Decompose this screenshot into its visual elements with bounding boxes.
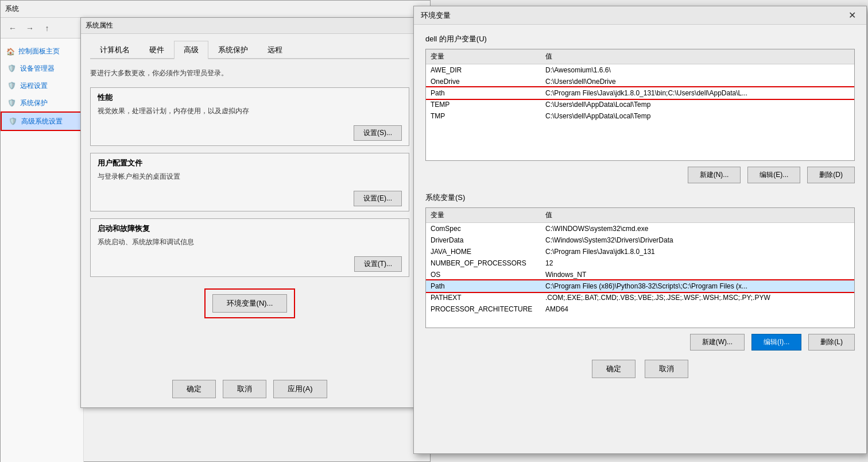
performance-desc: 视觉效果，处理器计划，内存使用，以及虚拟内存	[98, 106, 402, 116]
startup-desc: 系统启动、系统故障和调试信息	[98, 237, 402, 247]
apply-button[interactable]: 应用(A)	[273, 380, 327, 398]
user-var-value: C:\Program Files\Java\jdk1.8.0_131\bin;C…	[541, 87, 854, 99]
sys-vars-table: 变量 值 ComSpec C:\WINDOWS\system32\cmd.exe…	[426, 208, 854, 315]
user-var-row[interactable]: AWE_DIR D:\Awesomium\1.6.6\	[426, 64, 854, 76]
user-var-name: OneDrive	[426, 76, 541, 87]
sys-var-value: C:\WINDOWS\system32\cmd.exe	[541, 223, 854, 235]
userprofiles-desc: 与登录帐户相关的桌面设置	[98, 172, 402, 182]
userprofiles-title: 用户配置文件	[98, 158, 402, 168]
cp-sidebar: 🏠 控制面板主页 🛡️ 设备管理器 🛡️ 远程设置 🛡️ 系统保护 🛡️ 高级系…	[1, 38, 84, 462]
sys-var-row[interactable]: PROCESSOR_ARCHITECTURE AMD64	[426, 303, 854, 315]
sys-var-row[interactable]: NUMBER_OF_PROCESSORS 12	[426, 257, 854, 269]
ok-button[interactable]: 确定	[172, 380, 216, 398]
user-var-row[interactable]: TEMP C:\Users\dell\AppData\Local\Temp	[426, 99, 854, 110]
performance-settings-button[interactable]: 设置(S)...	[354, 125, 402, 141]
performance-section: 性能 视觉效果，处理器计划，内存使用，以及虚拟内存 设置(S)...	[90, 87, 409, 146]
sys-col-val: 值	[541, 208, 854, 223]
tab-system-protection[interactable]: 系统保护	[208, 41, 258, 59]
tab-remote[interactable]: 远程	[258, 41, 292, 59]
sys-var-row[interactable]: ComSpec C:\WINDOWS\system32\cmd.exe	[426, 223, 854, 235]
cp-titlebar: 系统	[1, 1, 430, 18]
forward-button[interactable]: →	[22, 21, 37, 36]
user-var-value: C:\Users\dell\OneDrive	[541, 76, 854, 87]
sys-var-row[interactable]: JAVA_HOME C:\Program Files\Java\jdk1.8.0…	[426, 246, 854, 257]
user-var-value: C:\Users\dell\AppData\Local\Temp	[541, 99, 854, 110]
sysprops-title: 系统属性	[86, 21, 113, 30]
envvar-titlebar: 环境变量 ✕	[414, 6, 866, 25]
shield-icon-3: 🛡️	[6, 98, 17, 108]
envvar-ok-button[interactable]: 确定	[592, 360, 636, 378]
shield-icon-4: 🛡️	[7, 116, 18, 126]
sidebar-item-remote[interactable]: 🛡️ 远程设置	[1, 77, 83, 94]
back-button[interactable]: ←	[5, 21, 20, 36]
tab-advanced[interactable]: 高级	[174, 41, 208, 59]
home-icon: 🏠	[6, 48, 15, 56]
user-var-name: AWE_DIR	[426, 64, 541, 76]
envvar-content: dell 的用户变量(U) 变量 值 AWE_DIR D:\Awesomium\…	[414, 25, 866, 387]
sys-var-row[interactable]: OS Windows_NT	[426, 269, 854, 280]
user-var-name: TEMP	[426, 99, 541, 110]
user-col-val: 值	[541, 49, 854, 64]
env-btn-container: 环境变量(N)...	[204, 288, 296, 318]
sys-edit-button[interactable]: 编辑(I)...	[751, 334, 801, 351]
sys-vars-title: 系统变量(S)	[425, 192, 855, 203]
user-var-row[interactable]: OneDrive C:\Users\dell\OneDrive	[426, 76, 854, 87]
user-vars-buttons: 新建(N)... 编辑(E)... 删除(D)	[425, 167, 855, 183]
performance-title: 性能	[98, 93, 402, 103]
user-vars-table-container[interactable]: 变量 值 AWE_DIR D:\Awesomium\1.6.6\ OneDriv…	[425, 49, 855, 161]
sys-var-name: DriverData	[426, 234, 541, 246]
sysprops-dialog: 系统属性 计算机名 硬件 高级 系统保护 远程 要进行大多数更改，你必须作为管理…	[80, 17, 419, 408]
user-var-name: TMP	[426, 110, 541, 122]
shield-icon-1: 🛡️	[6, 63, 17, 74]
sys-vars-table-container[interactable]: 变量 值 ComSpec C:\WINDOWS\system32\cmd.exe…	[425, 207, 855, 328]
sysprops-tabs: 计算机名 硬件 高级 系统保护 远程	[90, 41, 409, 59]
sys-vars-buttons: 新建(W)... 编辑(I)... 删除(L)	[425, 334, 855, 351]
user-var-path-row[interactable]: Path C:\Program Files\Java\jdk1.8.0_131\…	[426, 87, 854, 99]
envvar-title: 环境变量	[421, 10, 451, 21]
cp-title: 系统	[5, 4, 19, 14]
userprofiles-section: 用户配置文件 与登录帐户相关的桌面设置 设置(E)...	[90, 153, 409, 211]
sysprops-content: 计算机名 硬件 高级 系统保护 远程 要进行大多数更改，你必须作为管理员登录。 …	[81, 34, 418, 334]
sys-var-name: ComSpec	[426, 223, 541, 235]
sys-new-button[interactable]: 新建(W)...	[690, 334, 745, 351]
sys-var-name: Path	[426, 280, 541, 292]
sys-var-value: C:\Program Files\Java\jdk1.8.0_131	[541, 246, 854, 257]
sys-var-row[interactable]: DriverData C:\Windows\System32\Drivers\D…	[426, 234, 854, 246]
sys-var-row[interactable]: PATHEXT .COM;.EXE;.BAT;.CMD;.VBS;.VBE;.J…	[426, 292, 854, 303]
sys-var-name: OS	[426, 269, 541, 280]
up-button[interactable]: ↑	[40, 21, 55, 36]
shield-icon-2: 🛡️	[6, 80, 17, 91]
userprofiles-settings-button[interactable]: 设置(E)...	[354, 191, 402, 206]
tab-computer-name[interactable]: 计算机名	[90, 41, 140, 59]
sys-var-value: 12	[541, 257, 854, 269]
user-delete-button[interactable]: 删除(D)	[807, 167, 855, 183]
sys-var-name: PATHEXT	[426, 292, 541, 303]
envvar-dialog: 环境变量 ✕ dell 的用户变量(U) 变量 值 AWE_DIR D:\Awe…	[413, 6, 867, 454]
envvar-bottom-buttons: 确定 取消	[425, 360, 855, 378]
tab-hardware[interactable]: 硬件	[140, 41, 174, 59]
user-var-value: D:\Awesomium\1.6.6\	[541, 64, 854, 76]
sidebar-item-devices[interactable]: 🛡️ 设备管理器	[1, 60, 83, 77]
sys-var-value: C:\Windows\System32\Drivers\DriverData	[541, 234, 854, 246]
sys-delete-button[interactable]: 删除(L)	[808, 334, 855, 351]
sys-var-name: PROCESSOR_ARCHITECTURE	[426, 303, 541, 315]
user-vars-title: dell 的用户变量(U)	[425, 34, 855, 44]
environment-variables-button[interactable]: 环境变量(N)...	[212, 294, 288, 313]
envvar-cancel-button[interactable]: 取消	[645, 360, 688, 378]
sidebar-item-home[interactable]: 🏠 控制面板主页	[1, 43, 83, 60]
sys-var-value: AMD64	[541, 303, 854, 315]
envvar-close-button[interactable]: ✕	[845, 9, 859, 22]
sys-col-var: 变量	[426, 208, 541, 223]
user-edit-button[interactable]: 编辑(E)...	[747, 167, 800, 183]
user-var-row[interactable]: TMP C:\Users\dell\AppData\Local\Temp	[426, 110, 854, 122]
user-col-var: 变量	[426, 49, 541, 64]
startup-settings-button[interactable]: 设置(T)...	[354, 256, 402, 272]
sidebar-item-advanced[interactable]: 🛡️ 高级系统设置	[1, 111, 83, 131]
user-var-name: Path	[426, 87, 541, 99]
sys-var-path-row[interactable]: Path C:\Program Files (x86)\Python38-32\…	[426, 280, 854, 292]
cancel-button[interactable]: 取消	[223, 380, 266, 398]
sysprops-titlebar: 系统属性	[81, 18, 418, 34]
startup-section: 启动和故障恢复 系统启动、系统故障和调试信息 设置(T)...	[90, 218, 409, 277]
sidebar-item-protection[interactable]: 🛡️ 系统保护	[1, 94, 83, 111]
user-new-button[interactable]: 新建(N)...	[688, 167, 741, 183]
